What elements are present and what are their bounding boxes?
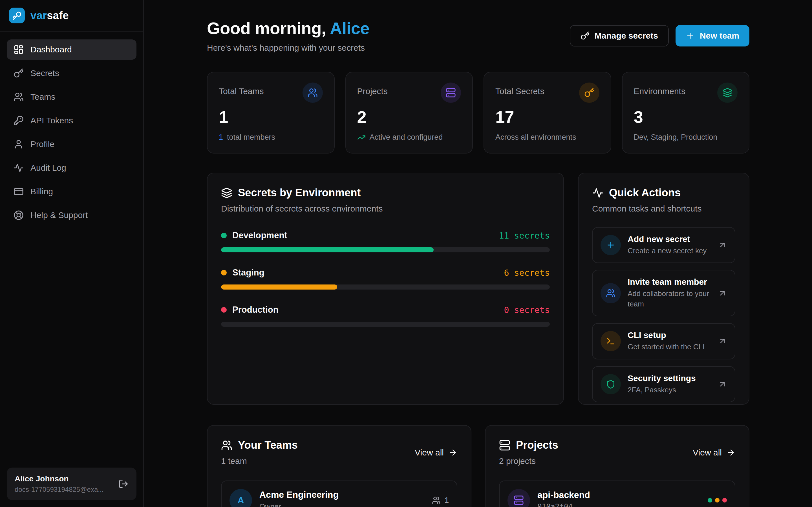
middle-row: Secrets by Environment Distribution of s… bbox=[207, 173, 749, 405]
sidebar-item-label: Dashboard bbox=[31, 45, 72, 54]
team-row-acme-engineering[interactable]: A Acme Engineering Owner 1 bbox=[221, 481, 457, 507]
quick-actions-panel: Quick Actions Common tasks and shortcuts… bbox=[578, 173, 749, 405]
env-status-dot bbox=[715, 498, 719, 503]
sidebar-item-api-tokens[interactable]: API Tokens bbox=[7, 110, 137, 131]
sidebar-item-billing[interactable]: Billing bbox=[7, 181, 137, 202]
quick-action-add-new-secret[interactable]: Add new secret Create a new secret key bbox=[592, 227, 735, 263]
brand: varsafe bbox=[0, 0, 143, 32]
layers-icon bbox=[221, 187, 232, 199]
sidebar: varsafe Dashboard Secrets Teams API Toke… bbox=[0, 0, 144, 507]
panel-title: Projects bbox=[499, 439, 558, 451]
stat-cards-row: Total Teams 1 1total members Projects 2 … bbox=[207, 72, 749, 154]
stat-footer: Across all environments bbox=[495, 133, 599, 143]
sidebar-item-label: Audit Log bbox=[31, 163, 66, 173]
user-icon bbox=[13, 139, 24, 149]
user-meta: Alice Johnson docs-1770593194825@exa... bbox=[15, 474, 103, 494]
quick-action-invite-team-member[interactable]: Invite team member Add collaborators to … bbox=[592, 270, 735, 316]
logout-icon[interactable] bbox=[118, 479, 129, 489]
env-dot bbox=[221, 233, 227, 238]
users-icon bbox=[303, 82, 323, 103]
arrow-right-icon bbox=[448, 448, 457, 457]
plus-icon bbox=[686, 31, 695, 40]
panel-header-text: Your Teams 1 team bbox=[221, 439, 298, 466]
stat-footer: 1total members bbox=[219, 133, 323, 143]
progress-track bbox=[221, 247, 550, 252]
user-card[interactable]: Alice Johnson docs-1770593194825@exa... bbox=[7, 467, 137, 500]
stat-value: 3 bbox=[634, 107, 738, 127]
team-member-count: 1 bbox=[432, 496, 449, 505]
view-all-projects-link[interactable]: View all bbox=[693, 448, 735, 457]
quick-action-security-settings[interactable]: Security settings 2FA, Passkeys bbox=[592, 366, 735, 402]
credit-card-icon bbox=[13, 186, 24, 196]
team-avatar: A bbox=[230, 489, 252, 507]
quick-action-cli-setup[interactable]: CLI setup Get started with the CLI bbox=[592, 323, 735, 359]
sidebar-item-profile[interactable]: Profile bbox=[7, 134, 137, 154]
sidebar-item-audit-log[interactable]: Audit Log bbox=[7, 158, 137, 178]
project-row-api-backend[interactable]: api-backend 010a2f04 bbox=[499, 481, 735, 507]
server-icon bbox=[499, 440, 510, 451]
sidebar-item-label: Profile bbox=[31, 139, 54, 149]
main-content: Good morning, Alice Here's what's happen… bbox=[144, 0, 812, 507]
env-dot bbox=[221, 270, 227, 276]
arrow-up-right-icon bbox=[718, 240, 727, 249]
panel-title: Your Teams bbox=[221, 439, 298, 451]
sidebar-item-teams[interactable]: Teams bbox=[7, 87, 137, 107]
view-all-teams-link[interactable]: View all bbox=[415, 448, 457, 457]
user-email: docs-1770593194825@exa... bbox=[15, 486, 103, 494]
users-icon bbox=[221, 440, 232, 451]
app-logo-key-icon bbox=[9, 8, 25, 23]
server-icon bbox=[507, 489, 530, 507]
stat-value: 1 bbox=[219, 107, 323, 127]
progress-track bbox=[221, 322, 550, 327]
sidebar-item-secrets[interactable]: Secrets bbox=[7, 63, 137, 83]
env-row-production: Production 0 secrets bbox=[221, 305, 550, 327]
users-icon bbox=[432, 496, 441, 504]
server-icon bbox=[441, 82, 461, 103]
sidebar-item-dashboard[interactable]: Dashboard bbox=[7, 40, 137, 60]
env-row-development: Development 11 secrets bbox=[221, 230, 550, 252]
panel-title: Quick Actions bbox=[592, 187, 735, 199]
page-header: Good morning, Alice Here's what's happen… bbox=[207, 18, 749, 53]
progress-fill bbox=[221, 247, 434, 252]
users-icon bbox=[601, 283, 621, 303]
panel-subtitle: 2 projects bbox=[499, 456, 558, 466]
shield-icon bbox=[601, 374, 621, 394]
stat-title: Environments bbox=[634, 82, 686, 96]
progress-fill bbox=[221, 284, 337, 290]
arrow-up-right-icon bbox=[718, 289, 727, 298]
projects-panel: Projects 2 projects View all api-backend… bbox=[485, 425, 749, 507]
key-icon bbox=[13, 68, 24, 78]
stat-title: Total Secrets bbox=[495, 82, 544, 96]
environment-bars: Development 11 secrets Staging 6 secrets bbox=[221, 230, 550, 327]
stat-card-projects: Projects 2 Active and configured bbox=[345, 72, 473, 154]
stat-card-environments: Environments 3 Dev, Staging, Production bbox=[622, 72, 750, 154]
env-row-staging: Staging 6 secrets bbox=[221, 268, 550, 290]
header-actions: Manage secrets New team bbox=[570, 25, 749, 47]
team-name: Acme Engineering bbox=[259, 490, 339, 500]
env-name: Staging bbox=[232, 268, 264, 278]
stat-title: Total Teams bbox=[219, 82, 264, 96]
terminal-icon bbox=[601, 331, 621, 351]
sidebar-item-help-support[interactable]: Help & Support bbox=[7, 205, 137, 225]
stat-value: 2 bbox=[357, 107, 461, 127]
app-window: varsafe Dashboard Secrets Teams API Toke… bbox=[0, 0, 812, 507]
quick-actions-list: Add new secret Create a new secret key I… bbox=[592, 227, 735, 402]
team-role: Owner bbox=[259, 502, 339, 507]
manage-secrets-button[interactable]: Manage secrets bbox=[570, 25, 669, 47]
stat-value: 17 bbox=[495, 107, 599, 127]
dashboard-icon bbox=[13, 45, 24, 55]
new-team-button[interactable]: New team bbox=[675, 25, 749, 47]
env-name: Development bbox=[232, 230, 287, 240]
secrets-by-environment-panel: Secrets by Environment Distribution of s… bbox=[207, 173, 564, 405]
sidebar-item-label: Billing bbox=[31, 187, 53, 196]
key-round-icon bbox=[13, 115, 24, 126]
user-first-name: Alice bbox=[330, 19, 369, 38]
env-name: Production bbox=[232, 305, 278, 315]
project-meta: api-backend 010a2f04 bbox=[538, 490, 590, 507]
env-dot bbox=[221, 307, 227, 313]
team-meta: Acme Engineering Owner bbox=[259, 490, 339, 507]
project-env-dots bbox=[708, 498, 727, 503]
key-icon bbox=[579, 82, 599, 103]
stat-footer: Active and configured bbox=[357, 133, 461, 143]
arrow-up-right-icon bbox=[718, 337, 727, 346]
